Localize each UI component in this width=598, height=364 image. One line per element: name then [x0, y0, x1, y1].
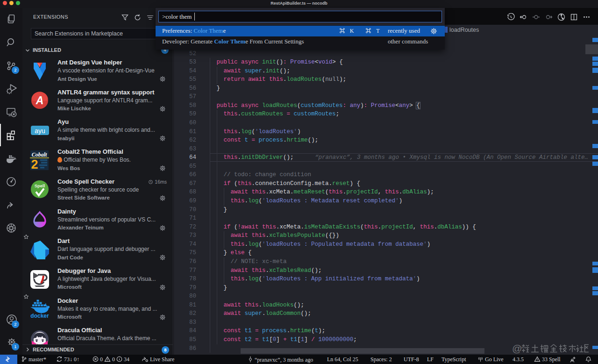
svg-text:A: A — [36, 94, 44, 107]
svg-text:Spell: Spell — [35, 183, 45, 188]
svg-text:2: 2 — [31, 157, 38, 170]
svg-text:ayu: ayu — [35, 127, 45, 135]
svg-text:Cobalt: Cobalt — [32, 151, 47, 158]
svg-text:@: @ — [512, 343, 522, 354]
svg-text:docker: docker — [30, 313, 49, 319]
